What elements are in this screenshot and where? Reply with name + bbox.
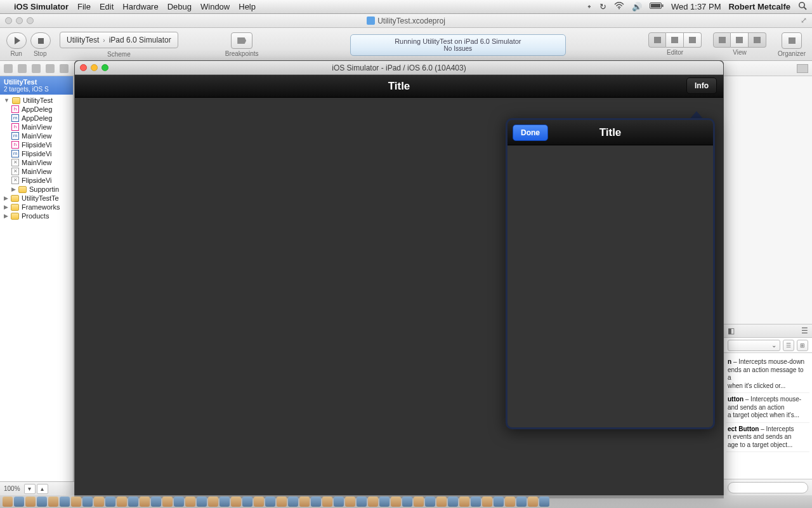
menu-window[interactable]: Window	[200, 2, 230, 11]
activity-line2: No Issues	[444, 45, 472, 52]
library-item[interactable]: utton – Intercepts mouse-and sends an ac…	[726, 393, 809, 423]
menu-help[interactable]: Help	[239, 2, 256, 11]
scheme-label: Scheme	[107, 51, 131, 58]
run-label: Run	[11, 50, 22, 57]
svg-rect-2	[662, 4, 663, 7]
library-list-icon[interactable]: ☰	[783, 340, 794, 351]
tree-row[interactable]: ▶Products	[0, 211, 73, 220]
popover-navigation-bar: Done Title	[508, 120, 713, 145]
stop-button[interactable]	[30, 32, 51, 49]
simulator-screen: Title Info Done Title	[75, 75, 723, 498]
info-button[interactable]: Info	[686, 77, 717, 94]
tree-row[interactable]: ✕FlipsideVi	[0, 176, 73, 185]
xcode-traffic-lights[interactable]	[5, 17, 34, 24]
object-library-list[interactable]: n – Intercepts mouse-down ends an action…	[724, 353, 812, 479]
wifi-icon[interactable]	[614, 2, 624, 11]
chevron-right-icon: ›	[103, 37, 105, 44]
zoom-value: 100%	[0, 485, 24, 492]
tree-row[interactable]: ▶Supportin	[0, 185, 73, 194]
fullscreen-icon[interactable]: ⤢	[801, 16, 807, 25]
library-item[interactable]: ect Button – Interceptsn events and send…	[726, 423, 809, 453]
project-header[interactable]: UtilityTest 2 targets, iOS S	[0, 76, 73, 95]
simulator-traffic-lights[interactable]	[80, 64, 108, 71]
bluetooth-icon[interactable]: ᛭	[587, 2, 592, 11]
tree-row[interactable]: ▶Frameworks	[0, 203, 73, 211]
menu-debug[interactable]: Debug	[167, 2, 192, 11]
timemachine-icon[interactable]: ↻	[599, 2, 606, 11]
tree-row[interactable]: mMainView	[0, 131, 73, 140]
zoom-in-button[interactable]: ▴	[37, 484, 48, 494]
app-navigation-bar: Title Info	[75, 75, 723, 98]
version-editor-icon	[689, 37, 696, 43]
zoom-bar: 100% ▾ ▴	[0, 481, 76, 495]
tree-row[interactable]: ▼UtilityTest	[0, 96, 73, 105]
app-menu[interactable]: iOS Simulator	[14, 2, 69, 11]
issue-navigator-icon[interactable]	[46, 64, 55, 73]
scheme-dest: iPad 6.0 Simulator	[109, 36, 171, 44]
project-name: UtilityTest	[4, 78, 69, 86]
svg-line-5	[804, 7, 806, 10]
view-toggle-segment[interactable]	[713, 32, 766, 48]
svg-point-0	[619, 8, 620, 10]
tree-row[interactable]: ▶UtilityTestTe	[0, 194, 73, 203]
tree-row[interactable]: hFlipsideVi	[0, 140, 73, 149]
tree-row[interactable]: ✕MainView	[0, 167, 73, 176]
popover-title: Title	[599, 126, 622, 139]
related-items-icon[interactable]	[797, 64, 808, 73]
symbol-navigator-icon[interactable]	[18, 64, 27, 73]
navigator-pane-icon	[719, 37, 726, 43]
utilities-pane: ◧ ☰ ⌄ ☰ ⊞ n – Intercepts mouse-down ends…	[723, 76, 812, 495]
tree-row[interactable]: ✕MainView	[0, 158, 73, 167]
project-subtitle: 2 targets, iOS S	[4, 86, 69, 93]
xcode-titlebar: UtilityTest.xcodeproj ⤢	[0, 14, 812, 28]
library-objects-icon[interactable]: ◧	[728, 326, 735, 335]
simulator-window-title: iOS Simulator - iPad / iOS 6.0 (10A403)	[332, 64, 466, 72]
done-button[interactable]: Done	[513, 124, 548, 141]
tree-row[interactable]: hMainView	[0, 123, 73, 131]
utilities-pane-icon	[754, 37, 761, 43]
macos-dock[interactable]	[0, 495, 812, 508]
scheme-name: UtilityTest	[67, 36, 99, 44]
svg-point-4	[799, 3, 804, 8]
editor-mode-segment[interactable]	[648, 32, 702, 48]
zoom-out-button[interactable]: ▾	[24, 484, 36, 494]
library-search-input[interactable]	[728, 482, 808, 493]
menubar-clock[interactable]: Wed 1:37 PM	[671, 2, 721, 11]
search-navigator-icon[interactable]	[32, 64, 41, 73]
scheme-selector[interactable]: UtilityTest › iPad 6.0 Simulator	[60, 32, 178, 48]
menu-hardware[interactable]: Hardware	[122, 2, 158, 11]
debug-pane-icon	[736, 37, 743, 43]
menu-file[interactable]: File	[77, 2, 91, 11]
project-navigator: UtilityTest 2 targets, iOS S ▼UtilityTes…	[0, 76, 74, 495]
flipside-popover: Done Title	[506, 118, 715, 429]
breakpoints-button[interactable]	[231, 32, 252, 49]
run-button[interactable]	[6, 32, 27, 49]
project-icon	[367, 17, 375, 25]
library-item[interactable]: n – Intercepts mouse-down ends an action…	[726, 356, 809, 393]
tree-row[interactable]: mAppDeleg	[0, 114, 73, 123]
app-nav-title: Title	[388, 80, 410, 93]
macos-menubar: iOS Simulator File Edit Hardware Debug W…	[0, 0, 812, 14]
editor-label: Editor	[667, 49, 683, 56]
activity-line1: Running UtilityTest on iPad 6.0 Simulato…	[395, 37, 521, 45]
library-snippets-icon[interactable]: ☰	[801, 326, 808, 335]
volume-icon[interactable]: 🔊	[632, 2, 642, 11]
assistant-editor-icon	[671, 37, 678, 43]
simulator-titlebar[interactable]: iOS Simulator - iPad / iOS 6.0 (10A403)	[75, 61, 723, 75]
library-filter-pulldown[interactable]: ⌄	[728, 340, 780, 351]
library-grid-icon[interactable]: ⊞	[797, 340, 808, 351]
tree-row[interactable]: mFlipsideVi	[0, 149, 73, 158]
view-label: View	[733, 49, 747, 56]
spotlight-icon[interactable]	[798, 1, 807, 12]
project-navigator-icon[interactable]	[4, 64, 13, 73]
menu-edit[interactable]: Edit	[100, 2, 114, 11]
battery-icon[interactable]	[650, 2, 664, 11]
stop-label: Stop	[34, 50, 47, 57]
organizer-label: Organizer	[778, 50, 806, 57]
organizer-icon	[789, 37, 796, 44]
tree-row[interactable]: hAppDeleg	[0, 105, 73, 114]
organizer-button[interactable]	[782, 32, 802, 49]
debug-navigator-icon[interactable]	[60, 64, 69, 73]
breakpoints-label: Breakpoints	[225, 50, 259, 57]
menubar-user[interactable]: Robert Metcalfe	[728, 2, 790, 11]
